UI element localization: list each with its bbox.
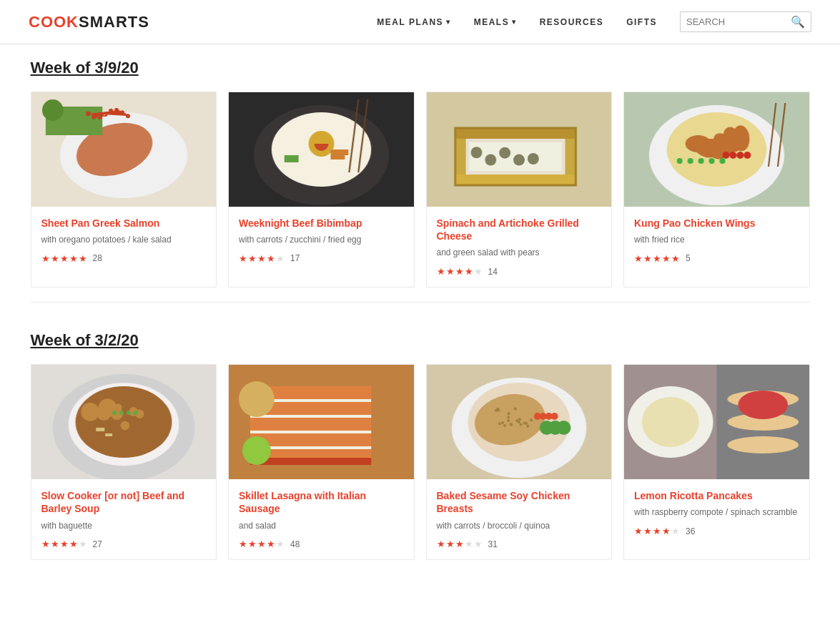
meal-image-0-2 [427,92,612,207]
nav-meals[interactable]: MEALS ▾ [474,17,517,27]
meal-image-1-0 [31,365,217,479]
rating-count-1-3: 36 [686,526,695,536]
star-4: ★ [474,539,483,549]
meal-image-0-0 [31,92,217,207]
meal-card-0-3[interactable]: Kung Pao Chicken Wingswith fried rice★★★… [623,92,810,288]
meal-image-0-3 [624,92,809,207]
star-4: ★ [276,539,285,549]
meal-title-0-2: Spinach and Artichoke Grilled Cheese [437,217,602,242]
week-title-0[interactable]: Week of 3/9/20 [31,59,139,77]
stars-0-3: ★★★★★ [634,253,680,264]
star-3: ★ [69,539,78,549]
star-1: ★ [643,526,652,536]
star-2: ★ [455,266,464,277]
meal-card-1-1[interactable]: Skillet Lasagna with Italian Sausageand … [228,364,415,560]
meal-info-1-2: Baked Sesame Soy Chicken Breastswith car… [427,479,612,559]
meal-grid-0: Sheet Pan Greek Salmonwith oregano potat… [31,92,810,288]
star-1: ★ [446,266,455,277]
search-bar[interactable]: 🔍 [680,11,811,32]
search-input[interactable] [686,16,786,27]
star-2: ★ [653,526,661,536]
meal-image-1-1 [229,365,414,479]
meal-image-0-1 [229,92,414,207]
star-3: ★ [465,266,473,277]
meal-card-1-0[interactable]: Slow Cooker [or not] Beef and Barley Sou… [31,364,217,560]
star-4: ★ [474,266,483,277]
rating-count-0-0: 28 [93,253,102,263]
rating-count-1-1: 48 [290,539,300,549]
nav-gifts[interactable]: GIFTS [626,17,657,27]
stars-0-0: ★★★★★ [41,253,87,264]
meal-rating-1-1: ★★★★★48 [239,539,404,549]
meal-title-1-3: Lemon Ricotta Pancakes [634,489,799,502]
rating-count-0-1: 17 [290,253,300,263]
rating-count-0-3: 5 [686,253,691,263]
meal-card-0-2[interactable]: Spinach and Artichoke Grilled Cheeseand … [426,92,613,288]
rating-count-1-2: 31 [488,539,498,549]
chevron-down-icon: ▾ [512,18,517,26]
meal-title-0-3: Kung Pao Chicken Wings [634,217,799,230]
star-3: ★ [267,253,275,264]
main-content: Week of 3/9/20Sheet Pan Greek Salmonwith… [9,44,831,617]
star-0: ★ [41,539,50,549]
rating-count-0-2: 14 [488,267,498,277]
week-title-1[interactable]: Week of 3/2/20 [31,331,139,350]
star-0: ★ [239,539,247,549]
week-section-0: Week of 3/9/20Sheet Pan Greek Salmonwith… [31,59,810,303]
meal-subtitle-1-2: with carrots / broccoli / quinoa [437,520,602,532]
meal-info-1-1: Skillet Lasagna with Italian Sausageand … [229,479,414,559]
nav-resources[interactable]: RESOURCES [540,17,604,27]
star-2: ★ [257,539,266,549]
meal-info-1-0: Slow Cooker [or not] Beef and Barley Sou… [31,479,217,559]
meal-image-1-2 [427,365,612,479]
meal-rating-0-0: ★★★★★28 [41,253,207,264]
stars-1-0: ★★★★★ [41,539,87,549]
star-0: ★ [634,253,643,264]
stars-1-1: ★★★★★ [239,539,285,549]
meal-card-0-0[interactable]: Sheet Pan Greek Salmonwith oregano potat… [31,92,217,288]
stars-1-2: ★★★★★ [437,539,483,549]
meal-subtitle-1-1: and salad [239,520,404,532]
meal-info-0-3: Kung Pao Chicken Wingswith fried rice★★★… [624,207,809,274]
star-2: ★ [455,539,464,549]
meal-info-0-1: Weeknight Beef Bibimbapwith carrots / zu… [229,207,414,274]
star-0: ★ [239,253,247,264]
star-0: ★ [634,526,643,536]
star-1: ★ [643,253,652,264]
meal-title-1-0: Slow Cooker [or not] Beef and Barley Sou… [41,489,207,515]
star-0: ★ [41,253,50,264]
site-logo[interactable]: COOKSMARTS [29,13,149,31]
chevron-down-icon: ▾ [446,18,451,26]
meal-card-1-2[interactable]: Baked Sesame Soy Chicken Breastswith car… [426,364,613,560]
nav-meal-plans[interactable]: MEAL PLANS ▾ [377,17,450,27]
meal-title-0-0: Sheet Pan Greek Salmon [41,217,207,230]
star-1: ★ [446,539,455,549]
meal-info-1-3: Lemon Ricotta Pancakeswith raspberry com… [624,479,809,546]
star-1: ★ [248,253,257,264]
meal-card-1-3[interactable]: Lemon Ricotta Pancakeswith raspberry com… [623,364,810,560]
star-1: ★ [51,539,59,549]
star-3: ★ [465,539,473,549]
star-4: ★ [276,253,285,264]
stars-0-2: ★★★★★ [437,266,483,277]
meal-subtitle-0-3: with fried rice [634,234,799,246]
logo-smarts: SMARTS [79,13,149,31]
meal-card-0-1[interactable]: Weeknight Beef Bibimbapwith carrots / zu… [228,92,415,288]
meal-subtitle-1-0: with baguette [41,520,207,532]
meal-title-0-1: Weeknight Beef Bibimbap [239,217,404,230]
meal-image-1-3 [624,365,809,479]
search-button[interactable]: 🔍 [791,15,805,29]
meal-rating-1-3: ★★★★★36 [634,526,799,536]
meal-subtitle-1-3: with raspberry compote / spinach scrambl… [634,506,799,519]
meal-subtitle-0-1: with carrots / zucchini / fried egg [239,234,404,246]
meal-title-1-2: Baked Sesame Soy Chicken Breasts [437,489,602,515]
star-0: ★ [437,266,445,277]
star-1: ★ [51,253,59,264]
meal-rating-1-2: ★★★★★31 [437,539,602,549]
star-4: ★ [671,253,680,264]
search-icon: 🔍 [791,16,805,28]
star-4: ★ [79,253,87,264]
site-header: COOKSMARTS MEAL PLANS ▾ MEALS ▾ RESOURCE… [0,0,840,44]
star-1: ★ [248,539,257,549]
week-section-1: Week of 3/2/20Slow Cooker [or not] Beef … [31,331,810,560]
